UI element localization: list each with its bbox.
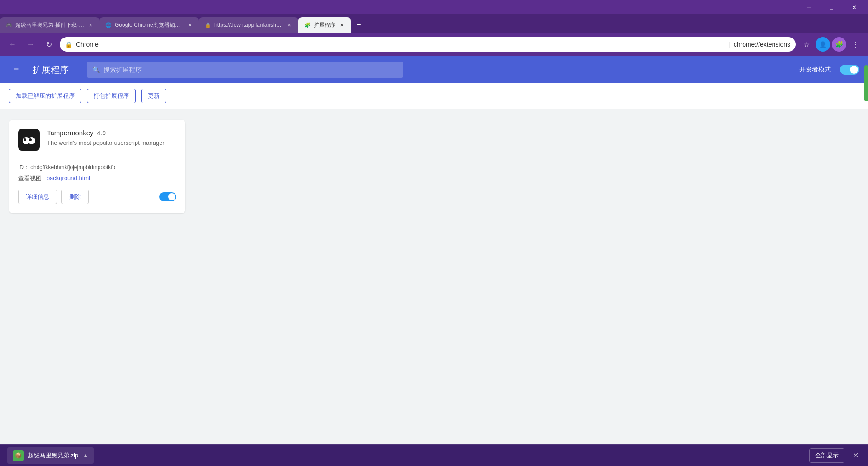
- download-bar: 📦 超级马里奥兄弟.zip ▲ 全部显示 ✕: [0, 444, 868, 466]
- load-unpacked-button[interactable]: 加载已解压的扩展程序: [9, 89, 81, 103]
- download-filename: 超级马里奥兄弟.zip: [28, 452, 78, 460]
- ext-id-value: dhdgffkkebhmkfjojejmpbldmpobfkfo: [30, 164, 115, 171]
- tab-2-favicon: 🌐: [105, 21, 112, 29]
- ext-view-row: 查看视图 background.html: [18, 174, 176, 182]
- ext-toggle-knob: [168, 193, 175, 200]
- refresh-button[interactable]: ↻: [42, 37, 56, 52]
- delete-button[interactable]: 删除: [61, 190, 89, 204]
- tab-bar: 🎮 超级马里奥兄弟-插件下载-Chro... ✕ 🌐 Google Chrome…: [0, 14, 868, 33]
- download-file-icon: 📦: [13, 450, 24, 461]
- omnibox-url: chrome://extensions: [734, 41, 790, 48]
- download-chevron-icon[interactable]: ▲: [83, 452, 88, 459]
- ext-version: 4.9: [97, 129, 106, 137]
- extensions-title: 扩展程序: [33, 64, 69, 76]
- tab-2[interactable]: 🌐 Google Chrome浏览器如何安装... ✕: [99, 17, 199, 33]
- detail-button[interactable]: 详细信息: [18, 190, 57, 204]
- tab-3-favicon: 🔒: [204, 21, 212, 29]
- puzzle-icon: 🧩: [835, 41, 843, 48]
- svg-point-3: [24, 138, 26, 141]
- tampermonkey-icon: [18, 129, 40, 151]
- tab-2-title: Google Chrome浏览器如何安装...: [115, 21, 184, 29]
- toggle-knob: [850, 66, 858, 74]
- tab-2-close[interactable]: ✕: [186, 21, 193, 29]
- extensions-icon-button[interactable]: 🧩: [832, 37, 846, 52]
- profile-icon: 👤: [819, 41, 826, 48]
- extensions-toolbar: 加载已解压的扩展程序 打包扩展程序 更新: [0, 83, 868, 109]
- tab-4-close[interactable]: ✕: [338, 21, 345, 29]
- svg-point-4: [29, 138, 32, 141]
- svg-point-2: [28, 137, 35, 144]
- update-button[interactable]: 更新: [141, 89, 166, 103]
- ext-info: Tampermonkey 4.9 The world's most popula…: [47, 129, 176, 147]
- tab-4-favicon: 🧩: [304, 21, 311, 29]
- tab-1-favicon: 🎮: [5, 21, 13, 29]
- ext-details: ID： dhdgffkkebhmkfjojejmpbldmpobfkfo 查看视…: [18, 158, 176, 182]
- search-box[interactable]: 🔍: [87, 62, 403, 78]
- show-all-button[interactable]: 全部显示: [809, 448, 844, 463]
- back-button[interactable]: ←: [5, 37, 20, 52]
- tab-3-close[interactable]: ✕: [286, 21, 293, 29]
- omnibox[interactable]: 🔒 Chrome | chrome://extensions: [60, 37, 796, 52]
- download-item: 📦 超级马里奥兄弟.zip ▲: [7, 447, 94, 464]
- tab-3-title: https://down.app.lanfanshu.c...: [214, 22, 283, 28]
- omnibox-bar: ← → ↻ 🔒 Chrome | chrome://extensions ☆ 👤…: [0, 33, 868, 56]
- omnibox-divider: |: [728, 41, 730, 48]
- menu-button[interactable]: ⋮: [848, 37, 863, 52]
- bookmark-button[interactable]: ☆: [799, 37, 814, 52]
- tab-1-close[interactable]: ✕: [87, 21, 94, 29]
- lock-icon: 🔒: [65, 41, 72, 48]
- forward-button[interactable]: →: [24, 37, 38, 52]
- profile-button[interactable]: 👤: [816, 37, 830, 52]
- title-bar: ─ □ ✕: [0, 0, 868, 14]
- tab-4[interactable]: 🧩 扩展程序 ✕: [298, 17, 351, 33]
- extensions-content: Tampermonkey 4.9 The world's most popula…: [0, 109, 868, 426]
- ext-id-label: ID：: [18, 164, 29, 171]
- minimize-button[interactable]: ─: [798, 0, 819, 14]
- new-tab-button[interactable]: +: [353, 19, 365, 31]
- tab-1-title: 超级马里奥兄弟-插件下载-Chro...: [15, 21, 84, 29]
- tab-4-title: 扩展程序: [314, 21, 335, 29]
- ext-description: The world's most popular userscript mana…: [47, 139, 165, 146]
- ext-buttons: 详细信息 删除: [18, 190, 89, 204]
- zip-icon: 📦: [15, 452, 22, 459]
- card-footer: 详细信息 删除: [18, 190, 176, 204]
- extensions-header: ≡ 扩展程序 🔍 开发者模式: [0, 56, 868, 83]
- dev-mode-label: 开发者模式: [799, 66, 831, 74]
- hamburger-button[interactable]: ≡: [9, 62, 24, 77]
- search-input[interactable]: [104, 66, 398, 73]
- maximize-button[interactable]: □: [821, 0, 842, 14]
- omnibox-site: Chrome: [76, 41, 725, 48]
- pack-extension-button[interactable]: 打包扩展程序: [87, 89, 136, 103]
- close-button[interactable]: ✕: [844, 0, 864, 14]
- tab-1[interactable]: 🎮 超级马里奥兄弟-插件下载-Chro... ✕: [0, 17, 99, 33]
- hamburger-icon: ≡: [14, 65, 19, 75]
- ext-view-label: 查看视图: [18, 175, 42, 181]
- ext-enable-toggle[interactable]: [159, 192, 176, 201]
- card-header: Tampermonkey 4.9 The world's most popula…: [18, 129, 176, 151]
- ext-name-row: Tampermonkey 4.9: [47, 129, 176, 137]
- ext-view-link[interactable]: background.html: [47, 175, 90, 181]
- tampermonkey-card: Tampermonkey 4.9 The world's most popula…: [9, 120, 185, 213]
- toolbar-right: ☆ 👤 🧩 ⋮: [799, 37, 863, 52]
- dev-mode-toggle[interactable]: [840, 65, 859, 75]
- ext-name: Tampermonkey: [47, 129, 94, 137]
- ext-id-row: ID： dhdgffkkebhmkfjojejmpbldmpobfkfo: [18, 164, 176, 171]
- download-bar-close[interactable]: ✕: [850, 450, 861, 461]
- tab-3[interactable]: 🔒 https://down.app.lanfanshu.c... ✕: [199, 17, 298, 33]
- scrollbar-indicator: [864, 65, 868, 101]
- search-icon: 🔍: [92, 66, 100, 73]
